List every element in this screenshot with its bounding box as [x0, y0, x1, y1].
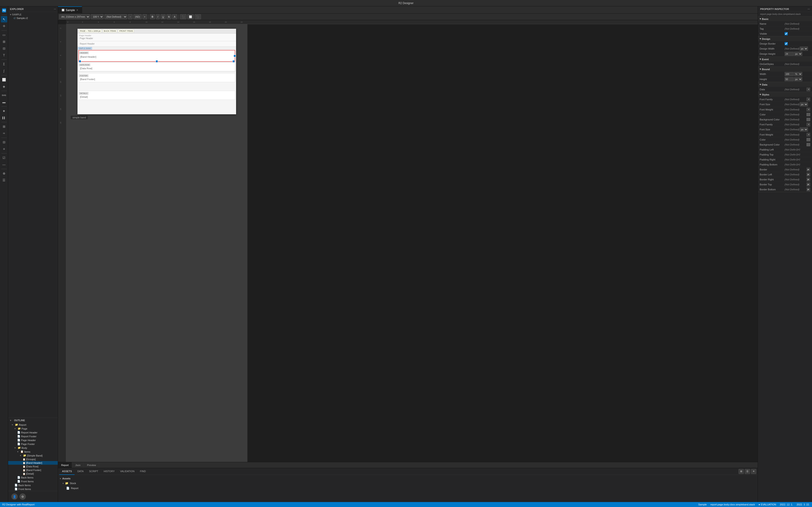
font-family-1-expand[interactable]: ▾ — [807, 98, 810, 101]
tree-item-front-items-body[interactable]: 📄 Front Items — [8, 480, 58, 483]
toolbar-nd[interactable]: (ND) — [134, 14, 141, 19]
user-icon[interactable]: 👤 — [11, 494, 18, 500]
bottom-tab-validation[interactable]: VALIDATION — [117, 468, 137, 475]
toolbar-strikethrough[interactable]: S — [166, 14, 171, 19]
tree-item-front-items-page[interactable]: 📄 Front Items — [8, 487, 58, 491]
tool-table[interactable]: ⊞ — [1, 39, 7, 45]
toolbar-align-left[interactable]: ⬛ — [180, 14, 187, 19]
border-bottom-expand[interactable]: ▶ — [807, 188, 810, 191]
close-bottom-icon[interactable]: ✕ — [751, 469, 756, 474]
tool-grid[interactable]: ⊟ — [1, 45, 7, 52]
tree-item-report-footer[interactable]: 📄 Report Footer — [8, 434, 58, 438]
tool-list2[interactable]: ☰ — [1, 177, 7, 183]
tool-select[interactable]: ↖ — [1, 16, 7, 22]
tool-hi[interactable]: Hi — [1, 130, 7, 136]
paper-size-select[interactable]: A4, 210mm x 297mm — [59, 14, 90, 19]
tool-rect[interactable]: ▭ — [1, 32, 7, 38]
back-items-tag[interactable]: BACK ITEMS — [103, 30, 117, 33]
settings-icon[interactable]: ⚙ — [19, 494, 26, 500]
bg-color-swatch-1[interactable] — [807, 118, 810, 121]
bottom-tab-history[interactable]: HISTORY — [101, 468, 117, 475]
tab-sample[interactable]: ⬜ Sample ✕ — [58, 6, 82, 13]
pi-section-header-basic[interactable]: ▾ Basic — [758, 16, 812, 21]
asset-stock[interactable]: ▾ 📁 Stock — [60, 481, 756, 485]
tree-item-items[interactable]: ▾ 📋 Items — [8, 450, 58, 454]
data-row-band[interactable]: DATA ROW [Data Row] — [79, 62, 235, 71]
pi-section-header-bound[interactable]: ▾ Bound — [758, 67, 812, 71]
tool-matrix[interactable]: ⊞ — [1, 123, 7, 130]
tool-formula[interactable]: ∫ — [1, 68, 7, 74]
toolbar-font-color[interactable]: A — [172, 14, 177, 19]
design-width-unit[interactable]: px — [800, 47, 808, 51]
pi-section-header-event[interactable]: ▾ Event — [758, 57, 812, 62]
band-header-selected[interactable]: HEADER [Band Header] — [79, 50, 235, 62]
width-unit[interactable]: %px — [794, 72, 802, 76]
toolbar-italic[interactable]: I — [156, 14, 160, 19]
toolbar-minus[interactable]: − — [128, 14, 133, 19]
border-top-expand[interactable]: ▶ — [807, 183, 810, 186]
report-tab-preview[interactable]: Preview — [84, 462, 99, 468]
tool-star[interactable]: ★ — [1, 108, 7, 114]
tool-list[interactable]: ≡ — [1, 146, 7, 152]
pi-menu-icon[interactable]: ··· — [808, 8, 810, 10]
pi-section-header-data[interactable]: ▾ Data — [758, 82, 812, 87]
border-left-expand[interactable]: ▶ — [807, 173, 810, 176]
pi-section-header-design[interactable]: ▾ Design — [758, 37, 812, 41]
canvas-scroll-area[interactable]: 0 2 4 6 8 10 12 14 16 18 20 22 — [58, 20, 758, 462]
tool-cross-table[interactable]: ⊕ — [1, 170, 7, 176]
tree-item-back-items-page[interactable]: 📄 Back Items — [8, 483, 58, 487]
bottom-tab-find[interactable]: FIND — [137, 468, 149, 475]
tree-item-report-header[interactable]: 📄 Report Header — [8, 431, 58, 434]
bottom-tab-script[interactable]: SCRIPT — [86, 468, 101, 475]
tree-item-page-header[interactable]: 📄 Page Header — [8, 438, 58, 442]
border-right-expand[interactable]: ▶ — [807, 178, 810, 181]
tree-item-simple-band[interactable]: ▾ 📁 [Simple Band] — [8, 454, 58, 457]
outline-header[interactable]: ▾ OUTLINE — [8, 418, 58, 423]
height-input[interactable] — [784, 77, 794, 81]
design-border-checkbox[interactable] — [784, 42, 788, 45]
tree-item-page[interactable]: ▾ 📁 Page — [8, 427, 58, 431]
tool-checkbox[interactable]: ☑ — [1, 155, 7, 161]
tool-text[interactable]: T — [1, 52, 7, 58]
tree-item-groups[interactable]: 📋 [Groups] — [8, 457, 58, 461]
tree-item-data-row[interactable]: 📋 [Data Row] — [8, 465, 58, 468]
font-size-1-unit[interactable]: px — [800, 102, 808, 106]
visible-checkbox[interactable] — [784, 32, 788, 35]
pi-section-header-styles[interactable]: ▾ Styles — [758, 92, 812, 97]
report-tab-report[interactable]: Report — [58, 462, 72, 468]
bottom-tab-assets[interactable]: ASSETS — [59, 468, 74, 475]
width-input[interactable] — [784, 72, 794, 76]
tree-item-detail[interactable]: 📋 [Detail] — [8, 472, 58, 475]
explorer-menu-icon[interactable]: ··· — [54, 8, 56, 10]
tree-item-band-footer[interactable]: 📋 [Band Footer] — [8, 468, 58, 472]
color-swatch-2[interactable] — [807, 138, 810, 141]
tree-item-report[interactable]: ▾ 📁 Report — [8, 423, 58, 427]
tool-shapes[interactable]: ◈ — [1, 83, 7, 90]
tree-item-body[interactable]: ▾ 📁 Body — [8, 446, 58, 450]
front-items-tag[interactable]: FRONT ITEMS — [118, 30, 134, 33]
data-expand-btn[interactable]: ▾ — [807, 88, 810, 91]
explorer-sample-file[interactable]: r2 Sample.r2 — [8, 16, 58, 20]
tool-crosshair[interactable]: ✛ — [1, 23, 7, 29]
font-size-2-unit[interactable]: px — [800, 127, 808, 131]
tool-sum[interactable]: Σ — [1, 61, 7, 67]
font-weight-1-expand[interactable]: ▾ — [807, 108, 810, 111]
band-header-resize-right[interactable] — [234, 55, 236, 57]
toolbar-plus[interactable]: + — [143, 14, 147, 19]
bottom-tab-data[interactable]: DATA — [74, 468, 86, 475]
undefined-select[interactable]: (Not Defined) — [104, 14, 127, 19]
height-unit[interactable]: px — [794, 77, 802, 81]
tool-image[interactable]: ⬜ — [1, 76, 7, 83]
toolbar-underline[interactable]: U — [161, 14, 166, 19]
tool-monitor[interactable]: ▬ — [1, 99, 7, 105]
toolbar-align-right[interactable]: ⬛ — [195, 14, 201, 19]
bg-color-swatch-2[interactable] — [807, 143, 810, 146]
zoom-select[interactable]: 100 % — [91, 14, 104, 19]
tree-item-page-footer[interactable]: 📄 Page Footer — [8, 442, 58, 446]
asset-report[interactable]: 📄 Report — [60, 486, 756, 490]
font-weight-2-expand[interactable]: ▾ — [807, 133, 810, 136]
border-expand[interactable]: ▶ — [807, 168, 810, 171]
tree-item-band-header[interactable]: 📋 [Band Header] — [8, 461, 58, 465]
tree-item-back-items-body[interactable]: 📄 Back Items — [8, 475, 58, 480]
report-tab-json[interactable]: Json — [72, 462, 84, 468]
